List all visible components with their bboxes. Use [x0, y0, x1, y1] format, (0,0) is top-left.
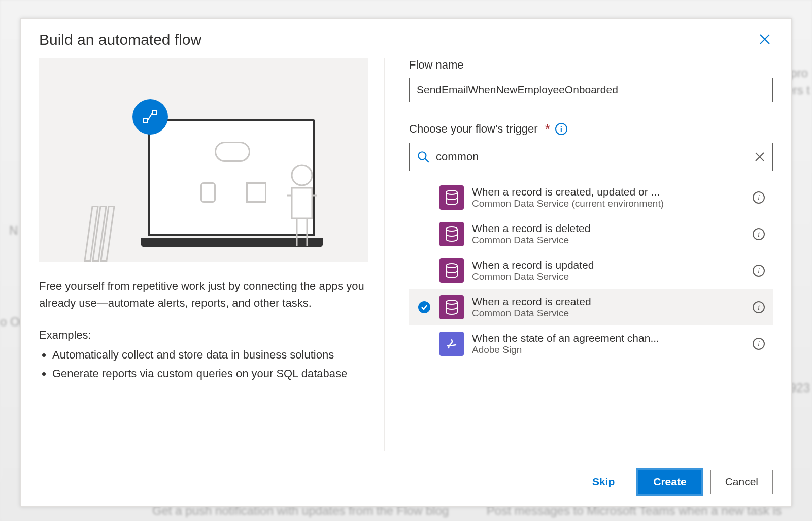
trigger-subtitle: Common Data Service: [472, 308, 745, 319]
adobe-sign-icon: [439, 332, 464, 356]
info-icon[interactable]: i: [753, 228, 765, 240]
svg-point-2: [292, 165, 312, 185]
trigger-subtitle: Adobe Sign: [472, 344, 745, 355]
cloud-icon: [215, 142, 250, 162]
info-icon[interactable]: i: [753, 338, 765, 350]
close-button[interactable]: [757, 31, 773, 47]
trigger-search[interactable]: [409, 143, 773, 171]
trigger-item[interactable]: When the state of an agreement chan...Ad…: [409, 325, 773, 362]
trigger-item[interactable]: When a record is deletedCommon Data Serv…: [409, 216, 773, 252]
trigger-title: When a record is updated: [472, 259, 745, 271]
trigger-check: [417, 301, 431, 313]
flow-name-label: Flow name: [409, 58, 773, 72]
info-icon[interactable]: i: [753, 191, 765, 204]
svg-point-8: [418, 152, 426, 159]
database-icon: [200, 182, 216, 203]
search-icon: [417, 150, 430, 164]
bg-text: N: [9, 223, 18, 238]
flow-name-input[interactable]: [409, 78, 773, 102]
svg-point-13: [446, 300, 457, 304]
common-data-service-icon: [439, 295, 464, 319]
bg-text: pro: [790, 66, 808, 80]
trigger-text: When a record is created, updated or ...…: [472, 186, 745, 209]
trigger-list: When a record is created, updated or ...…: [409, 179, 773, 362]
example-item: Generate reports via custom queries on y…: [52, 365, 368, 382]
modal-footer: Skip Create Cancel: [21, 459, 791, 506]
modal-header: Build an automated flow: [21, 19, 791, 48]
flow-badge-icon: [132, 99, 168, 135]
trigger-title: When a record is deleted: [472, 222, 745, 235]
books-icon: [88, 206, 128, 262]
examples-label: Examples:: [39, 327, 368, 343]
trigger-title: When the state of an agreement chan...: [472, 332, 745, 344]
grid-icon: [246, 182, 266, 203]
trigger-item[interactable]: When a record is updatedCommon Data Serv…: [409, 252, 773, 289]
svg-point-10: [446, 190, 457, 194]
close-icon: [759, 34, 770, 45]
trigger-item[interactable]: When a record is created, updated or ...…: [409, 179, 773, 216]
trigger-text: When a record is deletedCommon Data Serv…: [472, 222, 745, 246]
info-icon[interactable]: i: [753, 301, 765, 313]
svg-line-9: [425, 158, 429, 162]
svg-rect-3: [292, 188, 312, 218]
cancel-button[interactable]: Cancel: [710, 470, 773, 494]
common-data-service-icon: [439, 258, 464, 283]
trigger-subtitle: Common Data Service: [472, 271, 745, 282]
intro-paragraph: Free yourself from repetitive work just …: [39, 278, 368, 311]
svg-point-11: [446, 227, 457, 231]
info-icon[interactable]: i: [753, 265, 765, 277]
svg-rect-0: [144, 118, 148, 122]
common-data-service-icon: [439, 222, 464, 246]
clear-icon[interactable]: [754, 151, 765, 162]
bg-text: 923: [790, 381, 810, 395]
left-column: Free yourself from repetitive work just …: [39, 58, 384, 451]
trigger-item[interactable]: When a record is createdCommon Data Serv…: [409, 289, 773, 325]
common-data-service-icon: [439, 185, 464, 210]
trigger-search-input[interactable]: [436, 150, 754, 164]
trigger-label: Choose your flow's trigger: [409, 122, 538, 136]
svg-rect-1: [153, 110, 157, 114]
check-icon: [418, 301, 430, 313]
right-column: Flow name Choose your flow's trigger * i…: [384, 58, 773, 451]
create-button[interactable]: Create: [638, 470, 701, 494]
trigger-title: When a record is created, updated or ...: [472, 186, 745, 198]
modal-title: Build an automated flow: [39, 31, 201, 48]
examples-list: Automatically collect and store data in …: [52, 346, 368, 382]
robot-icon: [277, 160, 327, 262]
trigger-text: When a record is createdCommon Data Serv…: [472, 296, 745, 319]
trigger-text: When the state of an agreement chan...Ad…: [472, 332, 745, 355]
trigger-text: When a record is updatedCommon Data Serv…: [472, 259, 745, 282]
automation-illustration: [39, 58, 368, 262]
skip-button[interactable]: Skip: [578, 470, 629, 494]
example-item: Automatically collect and store data in …: [52, 346, 368, 363]
automated-flow-modal: Build an automated flow: [20, 18, 792, 507]
trigger-title: When a record is created: [472, 296, 745, 308]
flow-icon: [142, 108, 159, 125]
info-icon[interactable]: i: [555, 123, 567, 135]
svg-point-12: [446, 264, 457, 268]
trigger-subtitle: Common Data Service (current environment…: [472, 198, 745, 209]
modal-body: Free yourself from repetitive work just …: [21, 48, 791, 459]
trigger-subtitle: Common Data Service: [472, 235, 745, 246]
